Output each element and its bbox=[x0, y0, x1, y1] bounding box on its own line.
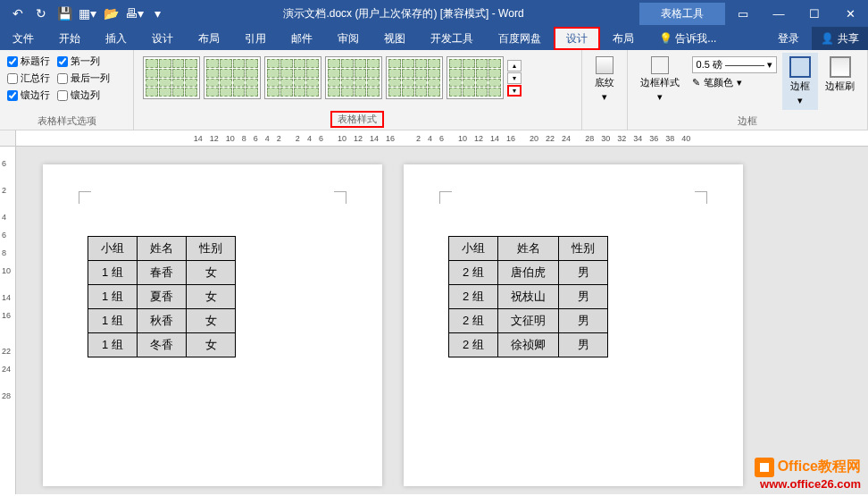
tab-home[interactable]: 开始 bbox=[46, 27, 93, 50]
tab-design-doc[interactable]: 设计 bbox=[139, 27, 186, 50]
horizontal-ruler[interactable]: 1412108642246101214162461012141620222428… bbox=[0, 130, 868, 147]
borders-button[interactable]: 边框▾ bbox=[782, 53, 818, 110]
share-button[interactable]: 👤 共享 bbox=[812, 27, 868, 50]
login-button[interactable]: 登录 bbox=[765, 27, 812, 50]
table-row[interactable]: 1 组春香女 bbox=[88, 261, 236, 285]
table-cell[interactable]: 唐伯虎 bbox=[498, 261, 559, 285]
print-icon[interactable]: 🖶▾ bbox=[123, 4, 145, 23]
table-cell[interactable]: 2 组 bbox=[449, 333, 498, 357]
table-cell[interactable]: 夏香 bbox=[138, 285, 187, 309]
chk-total-row[interactable]: 汇总行 bbox=[7, 71, 50, 85]
table-style-thumb[interactable] bbox=[386, 56, 443, 99]
pen-color-button[interactable]: ✎ 笔颜色 ▾ bbox=[692, 76, 777, 89]
undo-icon[interactable]: ↶ bbox=[7, 4, 29, 23]
window-title: 演示文档.docx (用户上次保存的) [兼容模式] - Word bbox=[168, 6, 639, 21]
table-cell[interactable]: 女 bbox=[187, 333, 236, 357]
chk-banded-col[interactable]: 镶边列 bbox=[57, 88, 100, 102]
table-row[interactable]: 2 组祝枝山男 bbox=[449, 285, 608, 309]
chk-first-col[interactable]: 第一列 bbox=[57, 55, 100, 68]
close-icon[interactable]: ✕ bbox=[832, 0, 868, 27]
table-style-thumb[interactable] bbox=[204, 56, 261, 99]
shading-button[interactable]: 底纹▾ bbox=[588, 53, 622, 106]
tell-me[interactable]: 💡 告诉我... bbox=[647, 27, 729, 50]
tab-table-design[interactable]: 设计 bbox=[554, 27, 600, 50]
gallery-down-icon[interactable]: ▾ bbox=[507, 72, 522, 84]
table-header-cell[interactable]: 姓名 bbox=[498, 237, 559, 261]
maximize-icon[interactable]: ☐ bbox=[797, 0, 832, 27]
table-header-cell[interactable]: 姓名 bbox=[138, 237, 187, 261]
table-style-thumb[interactable] bbox=[264, 56, 321, 99]
document-table-2[interactable]: 小组姓名性别2 组唐伯虎男2 组祝枝山男2 组文征明男2 组徐祯卿男 bbox=[448, 236, 608, 357]
table-cell[interactable]: 秋香 bbox=[138, 309, 187, 333]
table-cell[interactable]: 春香 bbox=[138, 261, 187, 285]
tab-file[interactable]: 文件 bbox=[0, 27, 46, 50]
table-style-thumb[interactable] bbox=[143, 56, 200, 99]
chk-banded-row[interactable]: 镶边行 bbox=[7, 88, 50, 102]
logo-icon bbox=[755, 458, 774, 477]
table-row[interactable]: 2 组文征明男 bbox=[449, 309, 608, 333]
tab-layout-doc[interactable]: 布局 bbox=[186, 27, 232, 50]
tab-insert[interactable]: 插入 bbox=[93, 27, 139, 50]
table-cell[interactable]: 文征明 bbox=[498, 309, 559, 333]
table-cell[interactable]: 2 组 bbox=[449, 285, 498, 309]
table-row[interactable]: 1 组秋香女 bbox=[88, 309, 236, 333]
new-icon[interactable]: ▦▾ bbox=[77, 4, 98, 23]
ribbon-options-icon[interactable]: ▭ bbox=[725, 0, 761, 27]
chk-header-row[interactable]: 标题行 bbox=[7, 55, 50, 68]
table-row[interactable]: 2 组徐祯卿男 bbox=[449, 333, 608, 357]
ribbon-tabs: 文件 开始 插入 设计 布局 引用 邮件 审阅 视图 开发工具 百度网盘 设计 … bbox=[0, 27, 868, 50]
gallery-more-icon[interactable]: ▾ bbox=[507, 85, 522, 97]
open-icon[interactable]: 📂 bbox=[100, 4, 121, 23]
table-cell[interactable]: 2 组 bbox=[449, 309, 498, 333]
table-cell[interactable]: 男 bbox=[559, 261, 608, 285]
table-row[interactable]: 1 组夏香女 bbox=[88, 285, 236, 309]
table-cell[interactable]: 1 组 bbox=[88, 333, 138, 357]
tab-developer[interactable]: 开发工具 bbox=[418, 27, 486, 50]
tab-baidu[interactable]: 百度网盘 bbox=[486, 27, 554, 50]
table-cell[interactable]: 祝枝山 bbox=[498, 285, 559, 309]
table-style-thumb[interactable] bbox=[325, 56, 382, 99]
table-cell[interactable]: 1 组 bbox=[88, 261, 138, 285]
tab-table-layout[interactable]: 布局 bbox=[600, 27, 647, 50]
document-scroll[interactable]: 小组姓名性别1 组春香女1 组夏香女1 组秋香女1 组冬香女 小组姓名性别2 组… bbox=[16, 147, 868, 494]
table-cell[interactable]: 2 组 bbox=[449, 261, 498, 285]
table-cell[interactable]: 女 bbox=[187, 261, 236, 285]
table-header-cell[interactable]: 性别 bbox=[559, 237, 608, 261]
table-cell[interactable]: 男 bbox=[559, 333, 608, 357]
table-cell[interactable]: 徐祯卿 bbox=[498, 333, 559, 357]
chk-last-col[interactable]: 最后一列 bbox=[57, 71, 110, 85]
border-styles-button[interactable]: 边框样式▾ bbox=[633, 53, 687, 110]
minimize-icon[interactable]: — bbox=[761, 0, 797, 27]
page-2[interactable]: 小组姓名性别2 组唐伯虎男2 组祝枝山男2 组文征明男2 组徐祯卿男 bbox=[404, 164, 743, 486]
table-cell[interactable]: 1 组 bbox=[88, 285, 138, 309]
table-header-cell[interactable]: 性别 bbox=[187, 237, 236, 261]
table-cell[interactable]: 男 bbox=[559, 285, 608, 309]
save-icon[interactable]: 💾 bbox=[54, 4, 75, 23]
gallery-up-icon[interactable]: ▴ bbox=[507, 60, 522, 71]
tab-review[interactable]: 审阅 bbox=[325, 27, 371, 50]
table-row[interactable]: 2 组唐伯虎男 bbox=[449, 261, 608, 285]
margin-corner bbox=[79, 191, 91, 204]
tab-view[interactable]: 视图 bbox=[371, 27, 418, 50]
table-style-thumb[interactable] bbox=[447, 56, 504, 99]
table-cell[interactable]: 男 bbox=[559, 309, 608, 333]
table-cell[interactable]: 冬香 bbox=[138, 333, 187, 357]
page-1[interactable]: 小组姓名性别1 组春香女1 组夏香女1 组秋香女1 组冬香女 bbox=[43, 164, 382, 486]
table-row[interactable]: 1 组冬香女 bbox=[88, 333, 236, 357]
redo-icon[interactable]: ↻ bbox=[30, 4, 52, 23]
painter-icon bbox=[830, 56, 851, 78]
qat-more-icon[interactable]: ▾ bbox=[146, 4, 168, 23]
tab-mailings[interactable]: 邮件 bbox=[279, 27, 325, 50]
border-weight-select[interactable]: 0.5 磅 ———— ▾ bbox=[692, 56, 777, 73]
title-bar: ↶ ↻ 💾 ▦▾ 📂 🖶▾ ▾ 演示文档.docx (用户上次保存的) [兼容模… bbox=[0, 0, 868, 27]
table-cell[interactable]: 女 bbox=[187, 309, 236, 333]
table-cell[interactable]: 1 组 bbox=[88, 309, 138, 333]
border-painter-button[interactable]: 边框刷 bbox=[818, 53, 862, 110]
table-cell[interactable]: 女 bbox=[187, 285, 236, 309]
tab-references[interactable]: 引用 bbox=[232, 27, 279, 50]
table-header-cell[interactable]: 小组 bbox=[88, 237, 138, 261]
table-header-cell[interactable]: 小组 bbox=[449, 237, 498, 261]
document-table-1[interactable]: 小组姓名性别1 组春香女1 组夏香女1 组秋香女1 组冬香女 bbox=[88, 236, 236, 357]
vertical-ruler[interactable]: 62468101416222428 bbox=[0, 147, 16, 494]
context-tab-table-tools: 表格工具 bbox=[639, 3, 725, 25]
